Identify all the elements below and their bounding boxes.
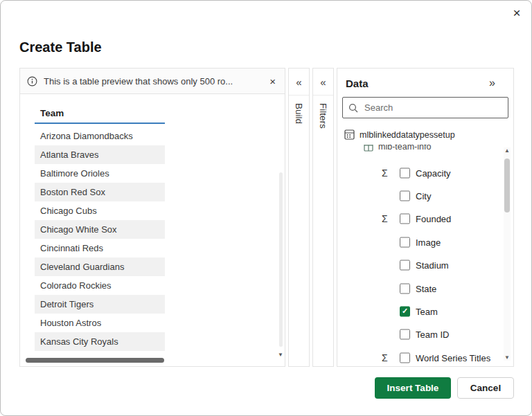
field-label[interactable]: Founded — [416, 214, 451, 224]
horizontal-scroll-thumb[interactable] — [26, 358, 164, 363]
field-checkbox[interactable] — [400, 237, 410, 247]
table-row: Detroit Tigers — [35, 295, 165, 314]
field-row-capacity: Σ Capacity — [337, 161, 513, 184]
chevron-left-double-icon: « — [296, 76, 301, 88]
field-row-state: State — [337, 277, 513, 300]
banner-message: This is a table preview that shows only … — [44, 76, 261, 87]
field-label[interactable]: Image — [416, 237, 441, 247]
field-row-world-series-titles: Σ World Series Titles — [337, 346, 513, 366]
chevron-right-double-icon: » — [489, 77, 495, 89]
info-icon — [27, 76, 37, 87]
field-label[interactable]: Capacity — [416, 168, 451, 178]
field-checkbox[interactable] — [400, 283, 410, 293]
preview-horizontal-scrollbar[interactable] — [26, 358, 269, 363]
close-icon: × — [513, 6, 520, 21]
banner-close-button[interactable]: × — [267, 75, 278, 87]
build-pane-label[interactable]: Build — [294, 103, 304, 124]
tree-scrollbar[interactable]: ▲ ▼ — [504, 147, 511, 361]
preview-vertical-scrollbar[interactable] — [279, 172, 283, 347]
field-checkbox[interactable] — [400, 307, 410, 317]
dialog-close-button[interactable]: × — [508, 4, 526, 22]
close-icon: × — [269, 75, 276, 87]
field-label[interactable]: City — [416, 191, 431, 201]
field-row-founded: Σ Founded — [337, 208, 513, 230]
table-row: Chicago Cubs — [35, 201, 165, 220]
field-list: Σ Capacity City Σ Founded Image — [337, 161, 513, 366]
data-collapse-button[interactable]: » — [485, 76, 499, 90]
dataset-name: mlblinkeddatatypessetup — [360, 130, 455, 140]
search-icon — [348, 103, 358, 113]
sigma-icon: Σ — [382, 168, 388, 179]
field-label[interactable]: World Series Titles — [416, 352, 490, 363]
field-row-city: City — [337, 184, 513, 207]
vertical-scroll-thumb[interactable] — [504, 159, 510, 212]
dataset-node[interactable]: mlblinkeddatatypessetup — [344, 129, 455, 140]
table-preview-panel: This is a table preview that shows only … — [19, 68, 285, 367]
sigma-icon: Σ — [382, 352, 388, 363]
field-label[interactable]: Team — [416, 307, 438, 317]
table-row: Colorado Rockies — [35, 276, 165, 295]
field-checkbox[interactable] — [400, 352, 410, 363]
table-row: Houston Astros — [35, 314, 165, 332]
filters-pane-label[interactable]: Filters — [318, 103, 328, 129]
field-checkbox[interactable] — [400, 329, 410, 340]
table-row: Cleveland Guardians — [35, 257, 165, 276]
field-checkbox[interactable] — [400, 168, 410, 178]
table-node-label: mlb-team-info — [378, 145, 431, 152]
search-input[interactable] — [363, 102, 502, 114]
build-expand-button[interactable]: « — [289, 69, 309, 96]
filters-pane: « Filters — [312, 68, 334, 367]
table-row: Baltimore Orioles — [35, 164, 165, 183]
sigma-icon: Σ — [382, 213, 388, 224]
preview-table: Team Arizona Diamondbacks Atlanta Braves… — [35, 94, 276, 356]
insert-table-button[interactable]: Insert Table — [375, 377, 451, 399]
field-checkbox[interactable] — [400, 214, 410, 224]
table-node[interactable]: mlb-team-info — [337, 145, 513, 154]
table-row: Los Angeles Angels — [35, 351, 165, 356]
table-icon — [364, 145, 373, 152]
field-row-image: Image — [337, 230, 513, 253]
filters-expand-button[interactable]: « — [313, 69, 333, 96]
field-row-team-id: Team ID — [337, 323, 513, 346]
field-label[interactable]: Stadium — [416, 260, 449, 271]
scroll-down-icon[interactable]: ▼ — [278, 352, 283, 358]
page-title: Create Table — [19, 39, 102, 55]
preview-rows: Arizona Diamondbacks Atlanta Braves Balt… — [35, 127, 276, 356]
field-checkbox[interactable] — [400, 191, 410, 201]
cancel-button[interactable]: Cancel — [457, 377, 514, 399]
field-label[interactable]: Team ID — [416, 329, 449, 340]
table-row: Atlanta Braves — [35, 145, 165, 164]
datatype-grid-icon — [344, 129, 355, 140]
table-row: Cincinnati Reds — [35, 239, 165, 257]
data-panel-title: Data — [346, 78, 369, 89]
field-label[interactable]: State — [416, 283, 436, 293]
field-checkbox[interactable] — [400, 260, 410, 271]
data-panel: Data » mlblinkeddatatypessetup mlb-team-… — [337, 68, 514, 367]
create-table-dialog: × Create Table This is a table preview t… — [0, 0, 532, 416]
table-row: Arizona Diamondbacks — [35, 127, 165, 145]
field-row-team: Team — [337, 300, 513, 323]
scroll-down-button[interactable]: ▼ — [504, 354, 511, 361]
scroll-up-button[interactable]: ▲ — [504, 147, 511, 154]
table-row: Kansas City Royals — [35, 332, 165, 351]
search-box — [342, 97, 508, 118]
field-row-stadium: Stadium — [337, 254, 513, 277]
preview-info-banner: This is a table preview that shows only … — [20, 69, 285, 94]
column-header-team[interactable]: Team — [35, 94, 165, 124]
field-tree: mlb-team-info Σ Capacity City Σ Founded — [337, 145, 513, 366]
build-pane: « Build — [288, 68, 310, 367]
chevron-left-double-icon: « — [320, 76, 326, 88]
table-row: Chicago White Sox — [35, 220, 165, 239]
table-row: Boston Red Sox — [35, 183, 165, 201]
